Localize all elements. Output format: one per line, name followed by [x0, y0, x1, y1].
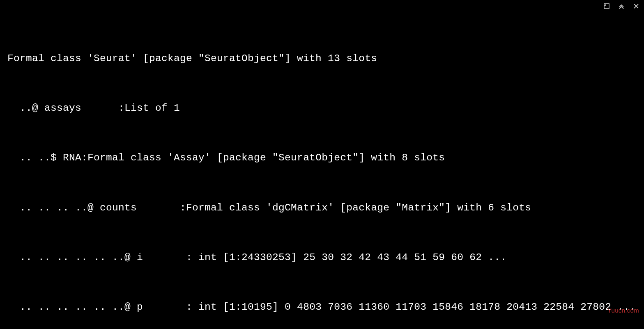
console-line: .. .. .. ..@ counts :Formal class 'dgCMa… — [7, 200, 637, 216]
watermark: Yuucn.com — [607, 306, 639, 316]
close-icon[interactable] — [632, 2, 640, 10]
console-line: .. .. .. .. .. ..@ i : int [1:24330253] … — [7, 249, 637, 266]
console-line: .. ..$ RNA:Formal class 'Assay' [package… — [7, 150, 637, 166]
console-line: .. .. .. .. .. ..@ p : int [1:10195] 0 4… — [7, 299, 637, 315]
console-line: ..@ assays :List of 1 — [7, 100, 637, 117]
console-line: Formal class 'Seurat' [package "SeuratOb… — [7, 50, 637, 67]
console-toolbar — [603, 2, 640, 10]
collapse-icon[interactable] — [618, 2, 625, 10]
console-output: Formal class 'Seurat' [package "SeuratOb… — [0, 0, 644, 329]
svg-rect-0 — [604, 4, 609, 9]
maximize-icon[interactable] — [603, 2, 610, 10]
